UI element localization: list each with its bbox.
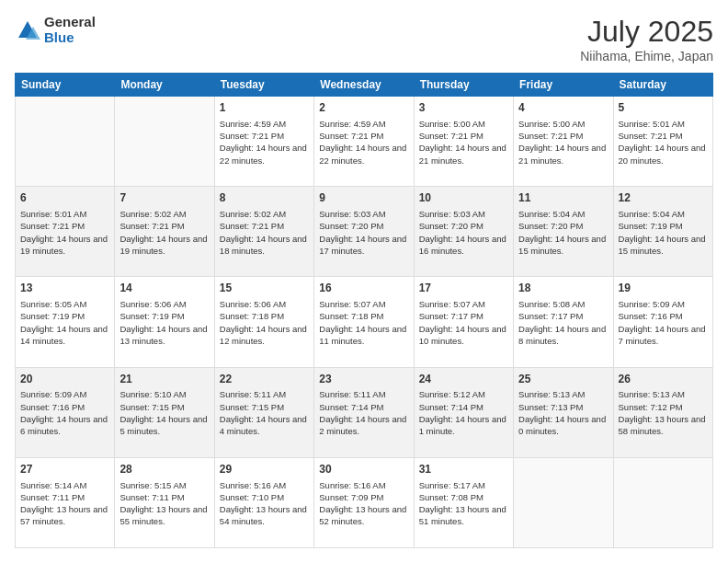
sunset-text: Sunset: 7:09 PM: [319, 491, 408, 503]
daylight-text: Daylight: 14 hours and 21 minutes.: [419, 142, 508, 167]
daylight-text: Daylight: 14 hours and 8 minutes.: [518, 323, 608, 348]
sunset-text: Sunset: 7:20 PM: [518, 220, 608, 232]
sunset-text: Sunset: 7:13 PM: [518, 401, 608, 413]
table-row: 22Sunrise: 5:11 AMSunset: 7:15 PMDayligh…: [214, 367, 313, 457]
title-block: July 2025 Niihama, Ehime, Japan: [580, 15, 713, 63]
daylight-text: Daylight: 14 hours and 17 minutes.: [319, 233, 408, 258]
sunrise-text: Sunrise: 5:03 AM: [419, 208, 508, 220]
sunset-text: Sunset: 7:21 PM: [220, 130, 309, 142]
sunset-text: Sunset: 7:19 PM: [119, 310, 209, 322]
sunset-text: Sunset: 7:17 PM: [419, 310, 508, 322]
sunrise-text: Sunrise: 5:02 AM: [119, 208, 209, 220]
table-row: 27Sunrise: 5:14 AMSunset: 7:11 PMDayligh…: [16, 457, 115, 547]
daylight-text: Daylight: 14 hours and 2 minutes.: [319, 413, 408, 438]
header-friday: Friday: [514, 74, 613, 97]
day-number: 24: [419, 372, 508, 387]
month-year-title: July 2025: [580, 15, 713, 49]
day-number: 21: [119, 372, 209, 387]
sunset-text: Sunset: 7:21 PM: [319, 130, 408, 142]
sunrise-text: Sunrise: 5:04 AM: [518, 208, 608, 220]
day-number: 23: [319, 372, 408, 387]
calendar-week-row: 27Sunrise: 5:14 AMSunset: 7:11 PMDayligh…: [16, 457, 713, 547]
sunrise-text: Sunrise: 5:10 AM: [119, 388, 209, 400]
sunrise-text: Sunrise: 5:07 AM: [419, 298, 508, 310]
header-tuesday: Tuesday: [214, 74, 313, 97]
daylight-text: Daylight: 14 hours and 4 minutes.: [220, 413, 309, 438]
daylight-text: Daylight: 14 hours and 5 minutes.: [119, 413, 209, 438]
sunrise-text: Sunrise: 5:03 AM: [319, 208, 408, 220]
calendar-week-row: 20Sunrise: 5:09 AMSunset: 7:16 PMDayligh…: [16, 367, 713, 457]
table-row: 4Sunrise: 5:00 AMSunset: 7:21 PMDaylight…: [514, 97, 613, 187]
sunrise-text: Sunrise: 5:04 AM: [619, 208, 708, 220]
sunset-text: Sunset: 7:20 PM: [419, 220, 508, 232]
daylight-text: Daylight: 14 hours and 15 minutes.: [518, 233, 608, 258]
sunrise-text: Sunrise: 5:06 AM: [220, 298, 309, 310]
day-number: 3: [419, 100, 508, 116]
calendar-table: Sunday Monday Tuesday Wednesday Thursday…: [15, 73, 713, 548]
table-row: 2Sunrise: 4:59 AMSunset: 7:21 PMDaylight…: [314, 97, 414, 187]
day-number: 17: [419, 281, 508, 296]
table-row: 21Sunrise: 5:10 AMSunset: 7:15 PMDayligh…: [115, 367, 214, 457]
daylight-text: Daylight: 13 hours and 54 minutes.: [220, 503, 309, 528]
sunrise-text: Sunrise: 5:16 AM: [220, 479, 309, 491]
sunset-text: Sunset: 7:14 PM: [319, 401, 408, 413]
sunset-text: Sunset: 7:21 PM: [518, 130, 608, 142]
day-number: 10: [419, 190, 508, 206]
table-row: 14Sunrise: 5:06 AMSunset: 7:19 PMDayligh…: [115, 277, 214, 367]
sunrise-text: Sunrise: 5:08 AM: [518, 298, 608, 310]
day-number: 22: [220, 372, 309, 387]
logo-general: General: [44, 15, 96, 30]
table-row: 30Sunrise: 5:16 AMSunset: 7:09 PMDayligh…: [314, 457, 414, 547]
day-number: 7: [119, 190, 209, 206]
day-number: 5: [619, 100, 708, 116]
sunset-text: Sunset: 7:08 PM: [419, 491, 508, 503]
calendar-week-row: 1Sunrise: 4:59 AMSunset: 7:21 PMDaylight…: [16, 97, 713, 187]
sunrise-text: Sunrise: 5:05 AM: [20, 298, 109, 310]
daylight-text: Daylight: 14 hours and 0 minutes.: [518, 413, 608, 438]
daylight-text: Daylight: 14 hours and 22 minutes.: [319, 142, 408, 167]
table-row: 1Sunrise: 4:59 AMSunset: 7:21 PMDaylight…: [214, 97, 313, 187]
daylight-text: Daylight: 13 hours and 55 minutes.: [119, 503, 209, 528]
table-row: 24Sunrise: 5:12 AMSunset: 7:14 PMDayligh…: [414, 367, 513, 457]
sunset-text: Sunset: 7:21 PM: [220, 220, 309, 232]
calendar-header-row: Sunday Monday Tuesday Wednesday Thursday…: [16, 74, 713, 97]
table-row: 17Sunrise: 5:07 AMSunset: 7:17 PMDayligh…: [414, 277, 513, 367]
table-row: 9Sunrise: 5:03 AMSunset: 7:20 PMDaylight…: [314, 187, 414, 277]
sunrise-text: Sunrise: 5:15 AM: [119, 479, 209, 491]
day-number: 31: [419, 462, 508, 477]
sunrise-text: Sunrise: 5:14 AM: [20, 479, 109, 491]
day-number: 29: [220, 462, 309, 477]
sunset-text: Sunset: 7:21 PM: [119, 220, 209, 232]
daylight-text: Daylight: 14 hours and 13 minutes.: [119, 323, 209, 348]
sunset-text: Sunset: 7:18 PM: [319, 310, 408, 322]
sunrise-text: Sunrise: 4:59 AM: [220, 118, 309, 130]
day-number: 15: [220, 281, 309, 296]
daylight-text: Daylight: 14 hours and 7 minutes.: [619, 323, 708, 348]
table-row: 25Sunrise: 5:13 AMSunset: 7:13 PMDayligh…: [514, 367, 613, 457]
header-thursday: Thursday: [414, 74, 513, 97]
daylight-text: Daylight: 14 hours and 22 minutes.: [220, 142, 309, 167]
sunrise-text: Sunrise: 5:09 AM: [619, 298, 708, 310]
table-row: 29Sunrise: 5:16 AMSunset: 7:10 PMDayligh…: [214, 457, 313, 547]
header: General Blue July 2025 Niihama, Ehime, J…: [15, 15, 713, 63]
sunset-text: Sunset: 7:15 PM: [119, 401, 209, 413]
sunset-text: Sunset: 7:20 PM: [319, 220, 408, 232]
table-row: [115, 97, 214, 187]
sunrise-text: Sunrise: 5:02 AM: [220, 208, 309, 220]
logo-icon: [15, 17, 40, 43]
day-number: 27: [20, 462, 109, 477]
daylight-text: Daylight: 13 hours and 51 minutes.: [419, 503, 508, 528]
table-row: 20Sunrise: 5:09 AMSunset: 7:16 PMDayligh…: [16, 367, 115, 457]
daylight-text: Daylight: 13 hours and 57 minutes.: [20, 503, 109, 528]
sunset-text: Sunset: 7:21 PM: [20, 220, 109, 232]
sunrise-text: Sunrise: 5:17 AM: [419, 479, 508, 491]
table-row: 13Sunrise: 5:05 AMSunset: 7:19 PMDayligh…: [16, 277, 115, 367]
sunrise-text: Sunrise: 5:06 AM: [119, 298, 209, 310]
table-row: 5Sunrise: 5:01 AMSunset: 7:21 PMDaylight…: [613, 97, 712, 187]
table-row: 10Sunrise: 5:03 AMSunset: 7:20 PMDayligh…: [414, 187, 513, 277]
sunset-text: Sunset: 7:19 PM: [619, 220, 708, 232]
daylight-text: Daylight: 14 hours and 21 minutes.: [518, 142, 608, 167]
day-number: 1: [220, 100, 309, 116]
sunrise-text: Sunrise: 5:12 AM: [419, 388, 508, 400]
sunset-text: Sunset: 7:17 PM: [518, 310, 608, 322]
